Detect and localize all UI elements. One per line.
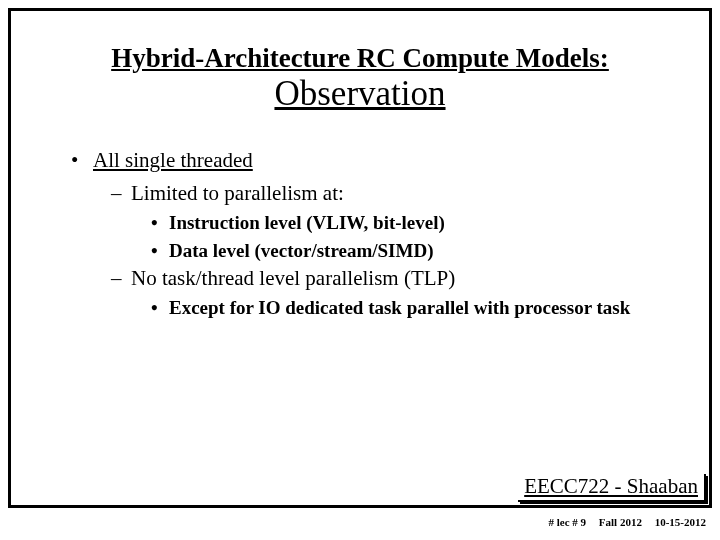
slide-content: •All single threaded –Limited to paralle…	[11, 126, 709, 319]
bullet-text: Instruction level (VLIW, bit-level)	[169, 212, 445, 233]
footer-term: Fall 2012	[599, 516, 642, 528]
bullet-level-2: –No task/thread level parallelism (TLP)	[111, 266, 649, 291]
slide-title: Hybrid-Architecture RC Compute Models: O…	[11, 11, 709, 126]
bullet-dot-icon: •	[151, 240, 169, 262]
course-tag: EECC722 - Shaaban	[518, 474, 706, 502]
bullet-level-3: •Data level (vector/stream/SIMD)	[151, 240, 649, 262]
dash-icon: –	[111, 181, 131, 206]
bullet-dot-icon: •	[151, 297, 169, 319]
bullet-text: Except for IO dedicated task parallel wi…	[169, 297, 630, 318]
title-line-2: Observation	[31, 74, 689, 114]
bullet-level-2: –Limited to parallelism at:	[111, 181, 649, 206]
dash-icon: –	[111, 266, 131, 291]
bullet-level-3: •Except for IO dedicated task parallel w…	[151, 297, 649, 319]
bullet-text: No task/thread level parallelism (TLP)	[131, 266, 455, 290]
footer-lec: # lec # 9	[549, 516, 587, 528]
bullet-text: Limited to parallelism at:	[131, 181, 344, 205]
bullet-text: Data level (vector/stream/SIMD)	[169, 240, 434, 261]
bullet-level-3: •Instruction level (VLIW, bit-level)	[151, 212, 649, 234]
bullet-dot-icon: •	[151, 212, 169, 234]
bullet-text: All single threaded	[93, 148, 253, 172]
footer-date: 10-15-2012	[655, 516, 706, 528]
slide-frame: Hybrid-Architecture RC Compute Models: O…	[8, 8, 712, 508]
bullet-level-1: •All single threaded	[71, 148, 649, 173]
slide-footer: # lec # 9 Fall 2012 10-15-2012	[539, 516, 707, 528]
bullet-dot-icon: •	[71, 148, 93, 173]
title-line-1: Hybrid-Architecture RC Compute Models:	[31, 43, 689, 74]
